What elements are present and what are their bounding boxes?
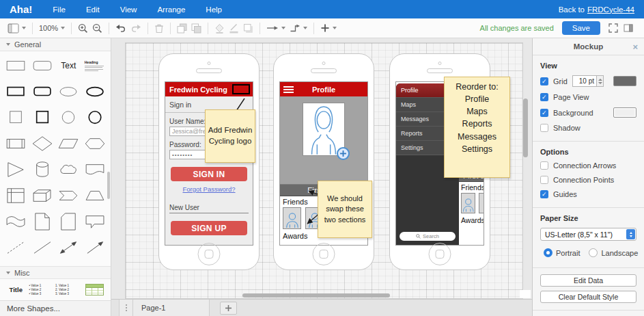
redo-button[interactable] [128, 21, 143, 36]
menu-help[interactable]: Help [206, 5, 222, 14]
fullscreen-button[interactable] [608, 23, 618, 33]
to-front-button[interactable] [175, 21, 189, 36]
delete-button[interactable] [152, 21, 166, 36]
connection-style-dropdown[interactable] [264, 21, 288, 36]
shape-ellipse-bold[interactable] [82, 79, 109, 105]
format-panel: Mockup × View Grid 10 pt Page View [532, 38, 644, 316]
zoom-out-button[interactable] [90, 21, 104, 36]
save-button[interactable]: Save [562, 21, 600, 35]
shape-rectangle[interactable] [3, 53, 29, 79]
background-color-swatch[interactable] [613, 107, 636, 118]
page-tab-1[interactable]: Page-1 [133, 300, 210, 316]
diagram-panel-button[interactable] [5, 21, 28, 36]
connection-points-checkbox[interactable] [540, 176, 548, 184]
fill-color-button[interactable] [212, 21, 227, 36]
pages-handle[interactable] [119, 300, 133, 316]
shape-table[interactable] [82, 284, 109, 295]
shape-bidirectional-arrow[interactable] [55, 235, 82, 261]
shape-title[interactable]: Title [3, 286, 29, 293]
page-view-checkbox[interactable] [540, 93, 548, 101]
shape-tape[interactable] [3, 209, 29, 235]
zoom-in-button[interactable] [76, 21, 90, 36]
more-shapes-button[interactable]: More Shapes... [0, 300, 111, 316]
sidebar-scrollbar[interactable] [107, 172, 110, 199]
shape-cube[interactable] [29, 183, 56, 209]
shape-triangle[interactable] [3, 157, 29, 183]
chevron-down-icon [303, 27, 307, 29]
add-page-button[interactable] [220, 302, 237, 315]
menu-arrange[interactable]: Arrange [157, 5, 185, 14]
phone-home-button-icon [198, 243, 221, 265]
zoom-level-dropdown[interactable]: 100% [37, 21, 67, 36]
shadow-button[interactable] [241, 21, 255, 36]
search-icon [416, 234, 421, 239]
edit-data-button[interactable]: Edit Data [540, 274, 636, 287]
shape-square[interactable] [3, 105, 29, 131]
horizontal-scrollbar[interactable] [242, 293, 390, 298]
paper-size-select[interactable]: US-Letter (8,5" x 11") [540, 228, 636, 241]
shape-line[interactable] [29, 235, 56, 261]
insert-dropdown[interactable] [318, 21, 339, 36]
undo-button[interactable] [113, 21, 128, 36]
shape-circle-bold[interactable] [82, 105, 109, 131]
shape-circle[interactable] [55, 105, 82, 131]
shape-step[interactable] [55, 183, 82, 209]
shape-cylinder[interactable] [29, 157, 56, 183]
grid-color-swatch[interactable] [613, 76, 636, 86]
shadow-checkbox[interactable] [540, 124, 548, 132]
shape-process[interactable] [3, 131, 29, 157]
shape-ellipse[interactable] [55, 79, 82, 105]
menu-edit[interactable]: Edit [86, 5, 100, 14]
grid-checkbox[interactable] [540, 77, 548, 85]
shape-hexagon[interactable] [82, 131, 109, 157]
shape-numbered-list[interactable]: 1. Value 12. Value 23. Value 3 [55, 284, 82, 296]
shape-parallelogram[interactable] [55, 131, 82, 157]
landscape-label: Landscape [601, 249, 638, 257]
clear-default-style-button[interactable]: Clear Default Style [540, 291, 636, 303]
shape-card[interactable] [55, 209, 82, 235]
shape-arrow[interactable] [82, 235, 109, 261]
section-header-general[interactable]: General [0, 38, 111, 51]
line-color-button[interactable] [227, 21, 241, 36]
back-record-link[interactable]: FRDCycle-44 [587, 5, 634, 14]
to-back-button[interactable] [189, 21, 204, 36]
shape-callout[interactable] [82, 209, 109, 235]
close-icon[interactable]: × [632, 42, 638, 52]
shape-rounded-rectangle-bold[interactable] [29, 79, 56, 105]
shape-diamond[interactable] [29, 131, 56, 157]
shape-text[interactable]: Text [55, 53, 82, 79]
shape-rectangle-bold[interactable] [3, 79, 29, 105]
scrollbar-corner [520, 290, 531, 298]
format-panel-toggle-button[interactable] [624, 24, 633, 32]
shape-dashed-line[interactable] [3, 235, 29, 261]
waypoints-dropdown[interactable] [288, 21, 309, 36]
section-header-misc[interactable]: Misc [0, 266, 111, 279]
guides-checkbox[interactable] [540, 190, 548, 198]
background-checkbox[interactable] [540, 109, 548, 117]
vertical-scrollbar[interactable] [523, 98, 528, 157]
phone-speaker-icon [196, 68, 222, 73]
portrait-radio[interactable] [544, 248, 552, 257]
shape-internal-storage[interactable] [3, 183, 29, 209]
grid-size-stepper[interactable]: 10 pt [572, 75, 604, 87]
shape-bullet-list[interactable]: • Value 1• Value 2• Value 3 [29, 284, 56, 296]
actions-section: Edit Data Clear Default Style [533, 268, 644, 308]
shape-trapezoid[interactable] [82, 183, 109, 209]
menu-file[interactable]: File [53, 5, 66, 14]
stepper-arrows-icon[interactable] [597, 75, 604, 87]
connection-arrows-checkbox[interactable] [540, 161, 548, 170]
shape-note[interactable] [29, 209, 56, 235]
sticky-note-logo[interactable]: Add Fredwin Cycling logo [205, 109, 255, 163]
sticky-note-reorder[interactable]: Reorder to: Profile Maps Reports Message… [444, 77, 510, 178]
landscape-radio[interactable] [589, 248, 598, 257]
shape-rounded-rectangle[interactable] [29, 53, 56, 79]
drawing-canvas[interactable]: Fredwin Cycling Sign in User Name: Jessi… [111, 38, 532, 299]
shape-cloud[interactable] [55, 157, 82, 183]
shape-document[interactable] [82, 157, 109, 183]
collapse-triangle-icon [6, 272, 10, 274]
shape-heading[interactable]: Heading [82, 53, 109, 79]
sticky-note-swap[interactable]: We should swap these two sections [318, 181, 372, 238]
aha-logo[interactable]: Aha! [10, 3, 32, 15]
menu-view[interactable]: View [120, 5, 137, 14]
shape-square-bold[interactable] [29, 105, 56, 131]
